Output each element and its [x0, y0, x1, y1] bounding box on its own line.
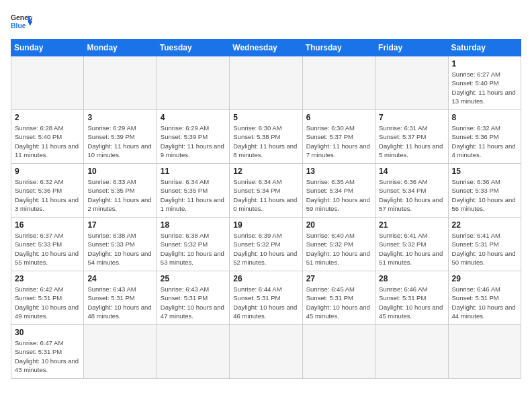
- calendar-day-cell: 10 Sunrise: 6:33 AM Sunset: 5:35 PM Dayl…: [84, 164, 157, 218]
- day-number: 18: [161, 220, 226, 230]
- daylight-text: Daylight: 10 hours and 47 minutes.: [161, 303, 226, 321]
- calendar-day-cell: 8 Sunrise: 6:32 AM Sunset: 5:36 PM Dayli…: [448, 110, 521, 164]
- daylight-text: Daylight: 10 hours and 45 minutes.: [306, 303, 371, 321]
- calendar-day-cell: 26 Sunrise: 6:44 AM Sunset: 5:31 PM Dayl…: [230, 271, 302, 325]
- day-info: Sunrise: 6:29 AM Sunset: 5:39 PM Dayligh…: [87, 124, 152, 159]
- sunrise-text: Sunrise: 6:32 AM: [15, 177, 80, 186]
- calendar-week-row: 9 Sunrise: 6:32 AM Sunset: 5:36 PM Dayli…: [11, 164, 521, 218]
- day-number: 2: [15, 113, 80, 122]
- day-info: Sunrise: 6:35 AM Sunset: 5:34 PM Dayligh…: [306, 177, 371, 213]
- day-info: Sunrise: 6:37 AM Sunset: 5:33 PM Dayligh…: [15, 231, 80, 267]
- sunset-text: Sunset: 5:33 PM: [15, 240, 80, 248]
- calendar-day-cell: 2 Sunrise: 6:28 AM Sunset: 5:40 PM Dayli…: [11, 110, 84, 164]
- sunset-text: Sunset: 5:32 PM: [306, 240, 371, 248]
- sunset-text: Sunset: 5:37 PM: [379, 132, 444, 141]
- calendar-day-cell: [84, 325, 157, 379]
- daylight-text: Daylight: 11 hours and 8 minutes.: [233, 142, 298, 160]
- daylight-text: Daylight: 10 hours and 51 minutes.: [306, 249, 371, 267]
- sunrise-text: Sunrise: 6:38 AM: [87, 231, 152, 240]
- weekday-header: Wednesday: [230, 40, 302, 56]
- svg-marker-3: [28, 21, 32, 26]
- calendar-day-cell: [302, 325, 375, 379]
- day-info: Sunrise: 6:46 AM Sunset: 5:31 PM Dayligh…: [452, 285, 517, 320]
- day-info: Sunrise: 6:42 AM Sunset: 5:31 PM Dayligh…: [15, 285, 80, 320]
- daylight-text: Daylight: 11 hours and 10 minutes.: [87, 142, 152, 160]
- calendar-day-cell: [375, 325, 448, 379]
- day-info: Sunrise: 6:45 AM Sunset: 5:31 PM Dayligh…: [306, 285, 371, 320]
- day-number: 8: [452, 113, 517, 122]
- weekday-header: Friday: [375, 40, 448, 56]
- day-info: Sunrise: 6:39 AM Sunset: 5:32 PM Dayligh…: [233, 231, 298, 267]
- calendar-week-row: 23 Sunrise: 6:42 AM Sunset: 5:31 PM Dayl…: [11, 271, 521, 325]
- sunset-text: Sunset: 5:32 PM: [233, 240, 298, 248]
- sunrise-text: Sunrise: 6:33 AM: [87, 177, 152, 186]
- calendar-day-cell: 12 Sunrise: 6:34 AM Sunset: 5:34 PM Dayl…: [230, 164, 302, 218]
- calendar-day-cell: 21 Sunrise: 6:41 AM Sunset: 5:32 PM Dayl…: [375, 218, 448, 271]
- calendar-day-cell: 18 Sunrise: 6:38 AM Sunset: 5:32 PM Dayl…: [157, 218, 229, 271]
- calendar-day-cell: [375, 56, 448, 110]
- sunrise-text: Sunrise: 6:30 AM: [306, 124, 371, 132]
- daylight-text: Daylight: 10 hours and 55 minutes.: [15, 249, 80, 267]
- day-number: 9: [15, 167, 80, 176]
- calendar-day-cell: 20 Sunrise: 6:40 AM Sunset: 5:32 PM Dayl…: [302, 218, 375, 271]
- sunrise-text: Sunrise: 6:39 AM: [233, 231, 298, 240]
- day-info: Sunrise: 6:43 AM Sunset: 5:31 PM Dayligh…: [87, 285, 152, 320]
- sunrise-text: Sunrise: 6:34 AM: [233, 177, 298, 186]
- sunset-text: Sunset: 5:34 PM: [379, 186, 444, 195]
- calendar-week-row: 2 Sunrise: 6:28 AM Sunset: 5:40 PM Dayli…: [11, 110, 521, 164]
- daylight-text: Daylight: 11 hours and 3 minutes.: [15, 195, 80, 214]
- daylight-text: Daylight: 10 hours and 59 minutes.: [306, 195, 371, 214]
- calendar-day-cell: 11 Sunrise: 6:34 AM Sunset: 5:35 PM Dayl…: [157, 164, 229, 218]
- weekday-header: Saturday: [448, 40, 521, 56]
- day-number: 6: [306, 113, 371, 122]
- sunrise-text: Sunrise: 6:44 AM: [233, 285, 298, 293]
- sunset-text: Sunset: 5:35 PM: [87, 186, 152, 195]
- sunrise-text: Sunrise: 6:31 AM: [379, 124, 444, 132]
- sunset-text: Sunset: 5:32 PM: [379, 240, 444, 248]
- sunrise-text: Sunrise: 6:34 AM: [161, 177, 226, 186]
- calendar-table: SundayMondayTuesdayWednesdayThursdayFrid…: [11, 39, 521, 379]
- day-info: Sunrise: 6:38 AM Sunset: 5:33 PM Dayligh…: [87, 231, 152, 267]
- daylight-text: Daylight: 10 hours and 46 minutes.: [233, 303, 298, 321]
- sunset-text: Sunset: 5:31 PM: [233, 293, 298, 302]
- day-number: 16: [15, 220, 80, 230]
- calendar-day-cell: 28 Sunrise: 6:46 AM Sunset: 5:31 PM Dayl…: [375, 271, 448, 325]
- daylight-text: Daylight: 11 hours and 11 minutes.: [15, 142, 80, 160]
- day-number: 7: [379, 113, 444, 122]
- daylight-text: Daylight: 11 hours and 1 minute.: [161, 195, 226, 214]
- calendar-day-cell: 15 Sunrise: 6:36 AM Sunset: 5:33 PM Dayl…: [448, 164, 521, 218]
- sunset-text: Sunset: 5:36 PM: [15, 186, 80, 195]
- day-info: Sunrise: 6:33 AM Sunset: 5:35 PM Dayligh…: [87, 177, 152, 213]
- sunrise-text: Sunrise: 6:46 AM: [452, 285, 517, 293]
- calendar-day-cell: [84, 56, 157, 110]
- day-number: 10: [87, 167, 152, 176]
- sunrise-text: Sunrise: 6:28 AM: [15, 124, 80, 132]
- calendar-day-cell: [157, 325, 229, 379]
- sunset-text: Sunset: 5:34 PM: [233, 186, 298, 195]
- day-info: Sunrise: 6:34 AM Sunset: 5:34 PM Dayligh…: [233, 177, 298, 213]
- sunset-text: Sunset: 5:32 PM: [161, 240, 226, 248]
- day-number: 17: [87, 220, 152, 230]
- weekday-header: Thursday: [302, 40, 375, 56]
- sunrise-text: Sunrise: 6:30 AM: [233, 124, 298, 132]
- sunrise-text: Sunrise: 6:40 AM: [306, 231, 371, 240]
- weekday-header: Tuesday: [157, 40, 229, 56]
- day-number: 13: [306, 167, 371, 176]
- day-info: Sunrise: 6:32 AM Sunset: 5:36 PM Dayligh…: [452, 124, 517, 159]
- day-info: Sunrise: 6:41 AM Sunset: 5:32 PM Dayligh…: [379, 231, 444, 267]
- calendar-day-cell: 9 Sunrise: 6:32 AM Sunset: 5:36 PM Dayli…: [11, 164, 84, 218]
- day-number: 12: [233, 167, 298, 176]
- sunset-text: Sunset: 5:31 PM: [15, 347, 80, 356]
- sunrise-text: Sunrise: 6:41 AM: [452, 231, 517, 240]
- day-info: Sunrise: 6:40 AM Sunset: 5:32 PM Dayligh…: [306, 231, 371, 267]
- sunset-text: Sunset: 5:31 PM: [452, 293, 517, 302]
- calendar-day-cell: 6 Sunrise: 6:30 AM Sunset: 5:37 PM Dayli…: [302, 110, 375, 164]
- day-number: 5: [233, 113, 298, 122]
- daylight-text: Daylight: 10 hours and 57 minutes.: [379, 195, 444, 214]
- daylight-text: Daylight: 10 hours and 51 minutes.: [379, 249, 444, 267]
- sunset-text: Sunset: 5:31 PM: [87, 293, 152, 302]
- day-info: Sunrise: 6:36 AM Sunset: 5:34 PM Dayligh…: [379, 177, 444, 213]
- day-number: 23: [15, 274, 80, 283]
- calendar-day-cell: 1 Sunrise: 6:27 AM Sunset: 5:40 PM Dayli…: [448, 56, 521, 110]
- daylight-text: Daylight: 10 hours and 44 minutes.: [452, 303, 517, 321]
